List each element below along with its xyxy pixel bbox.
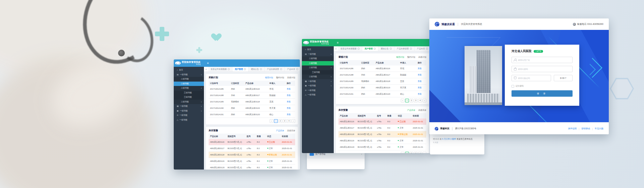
sidebar-item[interactable]: 二级导航∨ bbox=[174, 100, 204, 104]
password-input[interactable] bbox=[512, 68, 572, 70]
sidebar-item[interactable]: 三级导航 bbox=[302, 70, 334, 75]
sidebar-item[interactable]: ▦一级导航∨ bbox=[302, 79, 334, 84]
link-预约计划[interactable]: 预约计划 bbox=[407, 56, 415, 59]
sidebar-item[interactable]: ⌂首页 bbox=[174, 68, 204, 73]
tab-产品分类设置[interactable]: 产品分类设置 bbox=[394, 46, 415, 51]
footer-links: 操作说明|密钥驱动|常见问题 bbox=[568, 127, 603, 130]
prev-page-icon[interactable]: ‹ bbox=[401, 99, 405, 102]
link-高值计划[interactable]: 高值计划 bbox=[418, 56, 426, 59]
tab-通知公告[interactable]: 通知公告 bbox=[249, 67, 265, 72]
link-高值计划[interactable]: 高值计划 bbox=[287, 76, 295, 79]
sidebar-item[interactable]: 二级导航 bbox=[174, 82, 204, 86]
sidebar-item[interactable]: ▦一级导航∨ bbox=[174, 104, 204, 109]
tab-通知公告[interactable]: 通知公告 bbox=[378, 46, 394, 51]
sidebar-item[interactable]: 二级导航 bbox=[302, 61, 334, 66]
next-page-icon[interactable]: › bbox=[291, 119, 295, 123]
view-link[interactable]: 查看 bbox=[287, 94, 291, 96]
sidebar-item[interactable]: 二级导航∨ bbox=[302, 75, 334, 79]
login-button[interactable]: 登 录 bbox=[512, 90, 573, 97]
table-cell: 8.0 bbox=[256, 158, 266, 164]
prev-page-icon[interactable]: ‹ bbox=[270, 119, 273, 123]
link-高值库存[interactable]: 高值库存 bbox=[287, 129, 295, 132]
view-link[interactable]: 查看 bbox=[287, 101, 291, 103]
page-2[interactable]: 2 bbox=[410, 99, 413, 102]
view-link[interactable]: 查看 bbox=[418, 80, 422, 82]
sidebar-item[interactable]: ▣一级导航∨ bbox=[302, 84, 334, 88]
collapse-tabs-icon[interactable]: « bbox=[334, 48, 338, 50]
view-link[interactable]: 查看 bbox=[287, 113, 291, 115]
page-1[interactable]: 1 bbox=[274, 119, 278, 123]
view-link[interactable]: 查看 bbox=[287, 88, 291, 90]
tab-产品出库[interactable]: 产品出库 bbox=[415, 46, 431, 51]
collapse-tabs-icon[interactable]: « bbox=[204, 68, 208, 70]
card-links: 领用计划预约计划高值计划 bbox=[396, 56, 426, 59]
sidebar-item[interactable]: ▤一级导航∧ bbox=[174, 73, 204, 77]
page-1[interactable]: 1 bbox=[405, 152, 409, 153]
hospital-building-photo bbox=[465, 46, 502, 105]
link-预约计划[interactable]: 预约计划 bbox=[276, 76, 284, 79]
tab-资质证件效期预警[interactable]: 资质证件效期预警 bbox=[338, 46, 362, 51]
tab-用户管理[interactable]: 用户管理 bbox=[362, 46, 378, 51]
captcha-question[interactable]: 6+8=? bbox=[554, 75, 573, 81]
page-4[interactable]: 4 bbox=[287, 119, 291, 123]
page-2[interactable]: 2 bbox=[410, 152, 413, 153]
plan-card: 请领计划领用计划预约计划高值计划计划单号订货科室产品名称申请人操作2017100… bbox=[336, 53, 429, 104]
page-4[interactable]: 4 bbox=[418, 99, 422, 102]
sidebar-item[interactable]: 二级导航∧ bbox=[302, 65, 334, 70]
sidebar-item[interactable]: ▣一级导航∨ bbox=[174, 109, 204, 113]
sidebar-item-label: 首页 bbox=[179, 68, 183, 73]
link-领用计划[interactable]: 领用计划 bbox=[265, 76, 273, 79]
page-1[interactable]: 1 bbox=[405, 99, 409, 102]
prev-page-icon[interactable]: ‹ bbox=[401, 152, 405, 153]
sidebar-item[interactable]: ⌂首页 bbox=[302, 47, 334, 52]
feed-item[interactable]: 付小小 在 5 月日常小需求 更新至已发布状态3 天前 bbox=[433, 136, 481, 145]
table-cell: 陈丽丽 bbox=[268, 92, 285, 99]
view-link[interactable]: 查看 bbox=[418, 87, 422, 89]
next-page-icon[interactable]: › bbox=[423, 152, 426, 153]
sidebar-item[interactable]: 二级导航∧ bbox=[174, 86, 204, 91]
page-3[interactable]: 3 bbox=[283, 119, 286, 123]
view-link[interactable]: 查看 bbox=[418, 93, 422, 95]
page-2[interactable]: 2 bbox=[278, 119, 282, 123]
tab-用户管理[interactable]: 用户管理 bbox=[232, 67, 249, 72]
link-产品库存[interactable]: 产品库存 bbox=[407, 109, 415, 112]
remember-checkbox[interactable] bbox=[512, 85, 514, 88]
link-高值库存[interactable]: 高值库存 bbox=[418, 109, 426, 112]
page-3[interactable]: 3 bbox=[414, 99, 418, 102]
icp-number[interactable]: 冀ICP备13022385号 bbox=[455, 127, 477, 130]
chevron-up-icon: ∧ bbox=[201, 86, 202, 91]
sidebar-item[interactable]: 二级导航 bbox=[174, 77, 204, 82]
column-header: 状态 bbox=[266, 134, 281, 139]
sidebar-item[interactable]: ⊘一级导航 bbox=[174, 113, 204, 118]
tab-产品分类设置[interactable]: 产品分类设置 bbox=[265, 67, 285, 72]
sidebar-item[interactable]: 三级导航 bbox=[174, 91, 204, 95]
sidebar-item[interactable]: 二级导航 bbox=[302, 56, 334, 61]
sidebar-item[interactable]: △一级导航 bbox=[302, 93, 334, 97]
footer-link-常见问题[interactable]: 常见问题 bbox=[595, 127, 603, 130]
link-产品库存[interactable]: 产品库存 bbox=[276, 129, 284, 132]
tab-产品出库[interactable]: 产品出库 bbox=[285, 67, 300, 72]
username-input[interactable] bbox=[512, 59, 572, 61]
sidebar-item[interactable]: ⊘一级导航 bbox=[302, 88, 334, 93]
link-领用计划[interactable]: 领用计划 bbox=[396, 56, 404, 59]
page-3[interactable]: 3 bbox=[414, 152, 418, 153]
next-page-icon[interactable]: › bbox=[423, 99, 426, 102]
feed-link[interactable]: 5 月日常小需求 bbox=[442, 138, 456, 140]
sidebar-item[interactable]: △一级导航 bbox=[174, 118, 204, 123]
table-cell: ABS床头柜0117 bbox=[244, 92, 268, 99]
captcha-input[interactable] bbox=[512, 77, 551, 80]
table-cell: ABS床头柜0119 bbox=[374, 85, 399, 91]
building-tower bbox=[477, 50, 491, 93]
sidebar-item[interactable]: ▤一级导航∧ bbox=[302, 52, 334, 57]
view-link[interactable]: 查看 bbox=[418, 74, 422, 76]
sidebar-item[interactable]: 三级导航 bbox=[174, 95, 204, 100]
view-link[interactable]: 查看 bbox=[287, 107, 291, 109]
page-4[interactable]: 4 bbox=[418, 152, 422, 153]
view-link[interactable]: 查看 bbox=[418, 67, 422, 69]
tab-资质证件效期预警[interactable]: 资质证件效期预警 bbox=[208, 67, 232, 72]
hamburger-menu-icon[interactable]: ≡ bbox=[207, 61, 209, 65]
hamburger-menu-icon[interactable]: ≡ bbox=[337, 41, 338, 44]
footer-link-密钥驱动[interactable]: 密钥驱动 bbox=[581, 127, 590, 130]
table-cell: ABS床头柜0119 bbox=[244, 105, 268, 111]
footer-link-操作说明[interactable]: 操作说明 bbox=[568, 127, 577, 130]
